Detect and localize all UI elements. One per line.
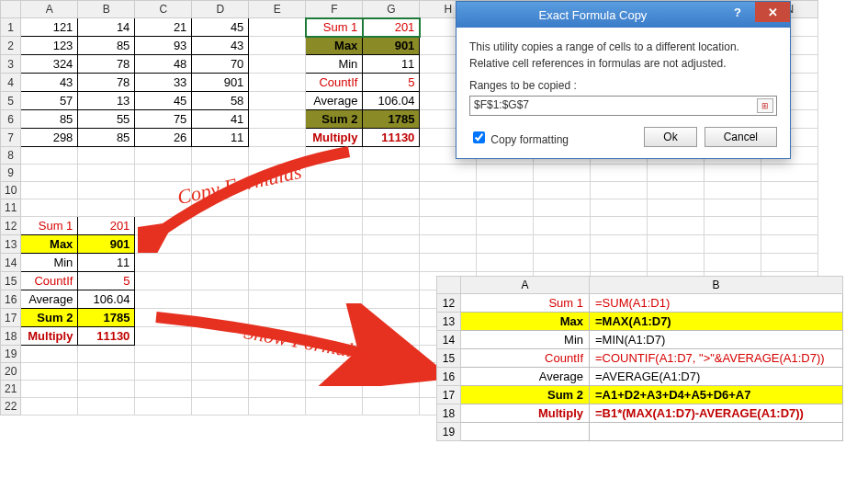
cell[interactable]: 85 <box>78 129 135 147</box>
col-A[interactable]: A <box>21 1 78 18</box>
cell[interactable]: 1785 <box>78 309 135 327</box>
ok-button[interactable]: Ok <box>644 127 696 147</box>
row-13[interactable]: 13 <box>437 313 461 331</box>
cell[interactable] <box>249 92 306 110</box>
formulas-spreadsheet[interactable]: A B 12 Sum 1 =SUM(A1:D1) 13 Max =MAX(A1:… <box>436 276 843 441</box>
cell[interactable]: 11 <box>363 55 420 74</box>
cell[interactable]: Average <box>461 368 590 386</box>
cell[interactable]: 85 <box>21 110 78 129</box>
row-14[interactable]: 14 <box>437 331 461 349</box>
row-4[interactable]: 4 <box>1 74 21 92</box>
cell[interactable]: 11 <box>78 254 135 272</box>
checkbox-icon[interactable] <box>473 131 485 143</box>
cell[interactable]: Sum 1 <box>461 294 590 313</box>
col-G[interactable]: G <box>363 1 420 18</box>
cell[interactable]: 43 <box>21 74 78 92</box>
row-5[interactable]: 5 <box>1 92 21 110</box>
cell[interactable]: Sum 1 <box>21 217 78 235</box>
cell[interactable]: CountIf <box>306 74 363 92</box>
cell[interactable]: 201 <box>363 18 420 37</box>
row-12[interactable]: 12 <box>437 294 461 313</box>
cell[interactable]: Max <box>306 37 363 55</box>
copy-formatting-checkbox[interactable]: Copy formatting <box>469 129 637 146</box>
cell[interactable]: 45 <box>192 18 249 37</box>
col-E[interactable]: E <box>249 1 306 18</box>
row-16[interactable]: 16 <box>437 368 461 386</box>
cell[interactable]: 43 <box>192 37 249 55</box>
cell[interactable]: Multiply <box>306 129 363 147</box>
row-17[interactable]: 17 <box>437 386 461 404</box>
row-3[interactable]: 3 <box>1 55 21 74</box>
cell[interactable]: 106.04 <box>78 290 135 309</box>
col-D[interactable]: D <box>192 1 249 18</box>
cell[interactable]: 21 <box>135 18 192 37</box>
row-13[interactable]: 13 <box>1 235 21 254</box>
row-21[interactable]: 21 <box>1 381 21 398</box>
cell[interactable]: =COUNTIF(A1:D7, ">"&AVERAGE(A1:D7)) <box>590 349 843 368</box>
cell[interactable]: 1785 <box>363 110 420 129</box>
cell[interactable]: Sum 1 <box>306 18 363 37</box>
cell[interactable]: Min <box>21 254 78 272</box>
cell[interactable]: =MAX(A1:D7) <box>590 313 843 331</box>
cell[interactable]: 298 <box>21 129 78 147</box>
col-F[interactable]: F <box>306 1 363 18</box>
row-17[interactable]: 17 <box>1 309 21 327</box>
cell[interactable]: 123 <box>21 37 78 55</box>
cell[interactable] <box>590 423 843 441</box>
cell[interactable]: Sum 2 <box>306 110 363 129</box>
cell[interactable] <box>249 110 306 129</box>
cell[interactable]: Sum 2 <box>461 386 590 404</box>
cell[interactable] <box>249 74 306 92</box>
cell[interactable]: 121 <box>21 18 78 37</box>
row-10[interactable]: 10 <box>1 182 21 199</box>
cell[interactable]: Max <box>21 235 78 254</box>
cell[interactable]: 11130 <box>78 327 135 346</box>
cell[interactable]: 78 <box>78 74 135 92</box>
cell[interactable]: 45 <box>135 92 192 110</box>
cell[interactable]: 901 <box>192 74 249 92</box>
range-picker-button[interactable]: ⊞ <box>757 98 773 113</box>
cell[interactable]: 901 <box>363 37 420 55</box>
col-B[interactable]: B <box>78 1 135 18</box>
row-19[interactable]: 19 <box>1 346 21 363</box>
row-16[interactable]: 16 <box>1 290 21 309</box>
range-input[interactable]: $F$1:$G$7 ⊞ <box>469 96 777 116</box>
cell[interactable]: 26 <box>135 129 192 147</box>
dialog-titlebar[interactable]: Exact Formula Copy ? ✕ <box>457 2 790 28</box>
cell[interactable]: CountIf <box>461 349 590 368</box>
cancel-button[interactable]: Cancel <box>705 127 777 147</box>
cell[interactable] <box>249 129 306 147</box>
cell[interactable]: 13 <box>78 92 135 110</box>
row-20[interactable]: 20 <box>1 363 21 381</box>
col-C[interactable]: C <box>135 1 192 18</box>
row-12[interactable]: 12 <box>1 217 21 235</box>
cell[interactable] <box>461 423 590 441</box>
cell[interactable]: =AVERAGE(A1:D7) <box>590 368 843 386</box>
cell[interactable]: =A1+D2+A3+D4+A5+D6+A7 <box>590 386 843 404</box>
help-button[interactable]: ? <box>720 2 755 22</box>
row-18[interactable]: 18 <box>1 327 21 346</box>
row-8[interactable]: 8 <box>1 147 21 165</box>
cell[interactable]: 93 <box>135 37 192 55</box>
cell[interactable]: 5 <box>363 74 420 92</box>
cell[interactable]: Average <box>306 92 363 110</box>
cell[interactable]: 78 <box>78 55 135 74</box>
cell[interactable]: =MIN(A1:D7) <box>590 331 843 349</box>
cell[interactable]: 5 <box>78 272 135 290</box>
cell[interactable]: 85 <box>78 37 135 55</box>
col-B[interactable]: B <box>590 277 843 294</box>
cell[interactable]: CountIf <box>21 272 78 290</box>
row-15[interactable]: 15 <box>437 349 461 368</box>
row-6[interactable]: 6 <box>1 110 21 129</box>
cell[interactable]: 57 <box>21 92 78 110</box>
row-11[interactable]: 11 <box>1 199 21 217</box>
cell[interactable]: 324 <box>21 55 78 74</box>
row-15[interactable]: 15 <box>1 272 21 290</box>
col-A[interactable]: A <box>461 277 590 294</box>
row-14[interactable]: 14 <box>1 254 21 272</box>
cell[interactable]: Multiply <box>461 404 590 423</box>
cell[interactable]: 11 <box>192 129 249 147</box>
corner-cell[interactable] <box>437 277 461 294</box>
cell[interactable]: =SUM(A1:D1) <box>590 294 843 313</box>
cell[interactable]: 106.04 <box>363 92 420 110</box>
